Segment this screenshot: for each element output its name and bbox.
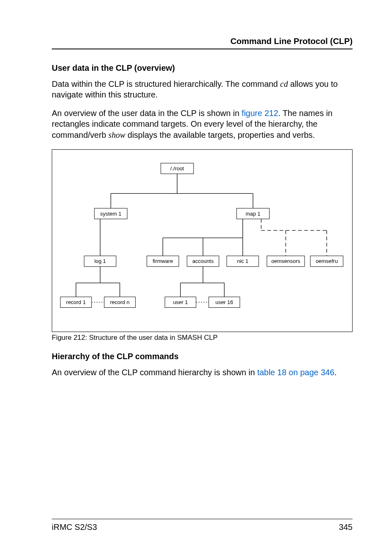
page: Command Line Protocol (CLP) User data in…: [0, 0, 392, 555]
node-recordn: record n: [110, 299, 130, 305]
node-accounts: accounts: [192, 258, 214, 264]
node-record1: record 1: [66, 299, 86, 305]
node-system1: system 1: [100, 211, 122, 217]
node-root: /./root: [171, 165, 184, 172]
node-firmware: firmware: [152, 258, 173, 264]
figure-212-link[interactable]: figure 212: [242, 109, 278, 118]
para1-text-a: Data within the CLP is structured hierar…: [52, 79, 280, 88]
node-user16: user 16: [215, 299, 233, 305]
para3-text-b: .: [334, 368, 337, 377]
section-title-hierarchy: Hierarchy of the CLP commands: [52, 352, 353, 361]
para2-text-c: displays the available targets, properti…: [125, 130, 315, 139]
paragraph-3: An overview of the CLP command hierarchy…: [52, 367, 353, 378]
node-nic1: nic 1: [237, 258, 248, 264]
node-oemsefru: oemsefru: [316, 258, 338, 264]
running-head: Command Line Protocol (CLP): [52, 36, 353, 49]
table-18-link[interactable]: table 18 on page 346: [257, 368, 334, 377]
node-user1: user 1: [173, 299, 188, 305]
node-map1: map 1: [246, 211, 261, 217]
figure-caption: Figure 212: Structure of the user data i…: [52, 334, 353, 342]
node-log1: log 1: [95, 258, 106, 264]
paragraph-1: Data within the CLP is structured hierar…: [52, 79, 353, 100]
section-title-user-data: User data in the CLP (overview): [52, 63, 353, 73]
page-footer: iRMC S2/S3 345: [52, 519, 353, 532]
figure-212: /./root system 1 map 1: [52, 149, 353, 332]
footer-page-number: 345: [339, 522, 353, 532]
paragraph-2: An overview of the user data in the CLP …: [52, 108, 353, 140]
command-show: show: [108, 130, 125, 139]
para2-text-a: An overview of the user data in the CLP …: [52, 109, 242, 118]
hierarchy-diagram: /./root system 1 map 1: [56, 160, 348, 324]
para3-text-a: An overview of the CLP command hierarchy…: [52, 368, 257, 377]
node-oemsensors: oemsensors: [271, 258, 300, 264]
command-cd: cd: [280, 79, 288, 88]
footer-left: iRMC S2/S3: [52, 522, 97, 532]
